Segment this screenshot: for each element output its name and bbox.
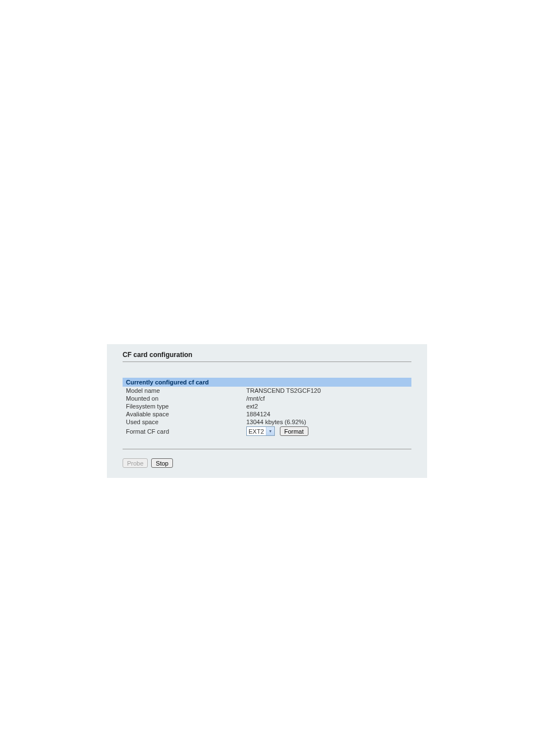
bottom-button-bar: Probe Stop [123,458,411,468]
chevron-down-icon: ▾ [266,427,274,435]
row-filesystem-type: Filesystem type ext2 [123,402,411,410]
label-available-space: Avaliable space [123,410,243,418]
row-mounted-on: Mounted on /mnt/cf [123,395,411,402]
divider-top [123,361,411,362]
page-title: CF card configuration [123,350,411,361]
divider-bottom [123,449,411,449]
value-used-space: 13044 kbytes (6.92%) [243,418,411,426]
stop-button[interactable]: Stop [151,458,173,468]
label-model-name: Model name [123,387,243,395]
row-available-space: Avaliable space 1884124 [123,410,411,418]
probe-button: Probe [123,458,148,468]
format-filesystem-select[interactable]: EXT2 ▾ [246,426,275,436]
section-header: Currently configured cf card [123,378,411,387]
value-model-name: TRANSCEND TS2GCF120 [243,387,411,395]
row-used-space: Used space 13044 kbytes (6.92%) [123,418,411,426]
label-filesystem-type: Filesystem type [123,402,243,410]
value-format: EXT2 ▾ Format [243,426,411,436]
format-button[interactable]: Format [280,426,308,436]
value-mounted-on: /mnt/cf [243,395,411,402]
label-mounted-on: Mounted on [123,395,243,402]
value-available-space: 1884124 [243,410,411,418]
value-filesystem-type: ext2 [243,402,411,410]
row-model-name: Model name TRANSCEND TS2GCF120 [123,387,411,395]
config-panel: CF card configuration Currently configur… [107,344,427,478]
label-used-space: Used space [123,418,243,426]
label-format: Format CF card [123,426,243,436]
cf-card-info-table: Model name TRANSCEND TS2GCF120 Mounted o… [123,387,411,436]
row-format: Format CF card EXT2 ▾ Format [123,426,411,436]
format-filesystem-selected: EXT2 [249,428,266,435]
